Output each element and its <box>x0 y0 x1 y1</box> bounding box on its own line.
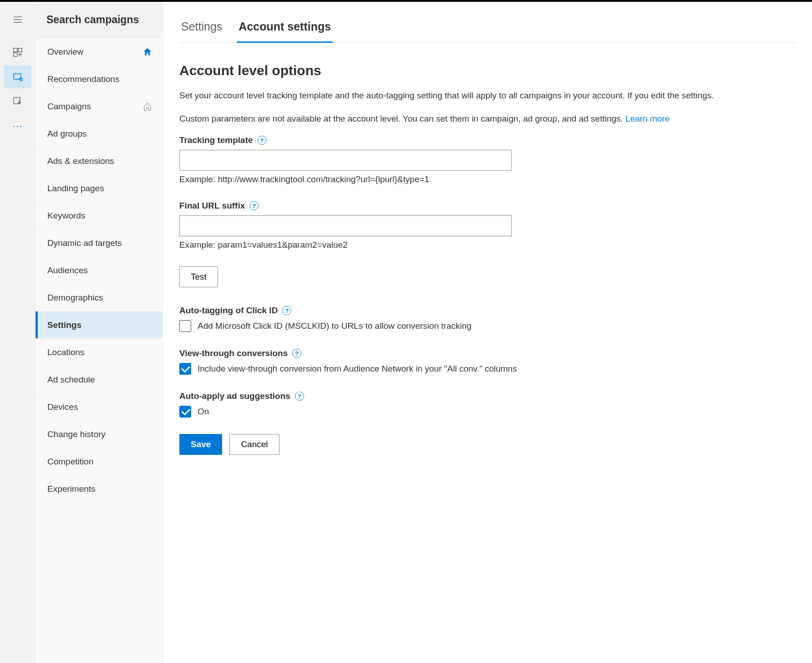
sidebar-item-label: Ads & extensions <box>47 156 114 166</box>
sidebar-item-ads-extensions[interactable]: Ads & extensions <box>36 148 162 175</box>
sidebar-item-label: Change history <box>47 429 106 439</box>
tracking-template-label: Tracking template <box>179 135 253 145</box>
save-button[interactable]: Save <box>179 434 222 455</box>
rail-recommendations-button[interactable] <box>4 66 31 88</box>
auto-tagging-checkbox[interactable] <box>179 320 191 332</box>
auto-tagging-check-label: Add Microsoft Click ID (MSCLKID) to URLs… <box>198 321 472 331</box>
hamburger-button[interactable] <box>4 8 31 31</box>
svg-rect-3 <box>14 48 17 52</box>
sidebar-item-label: Competition <box>47 457 93 467</box>
final-url-suffix-label: Final URL suffix <box>179 201 245 211</box>
lightning-icon <box>12 96 23 107</box>
sidebar-title: Search campaigns <box>36 2 162 38</box>
tracking-template-example: Example: http://www.trackingtool.com/tra… <box>179 174 796 184</box>
sidebar-item-label: Settings <box>47 320 81 330</box>
tabs: Settings Account settings <box>179 12 796 43</box>
main-content: Settings Account settings Account level … <box>163 2 812 663</box>
sidebar-item-label: Landing pages <box>47 184 104 194</box>
sidebar-item-label: Demographics <box>47 293 103 303</box>
ellipsis-icon: ··· <box>13 121 22 131</box>
sidebar-item-label: Keywords <box>47 211 85 221</box>
sidebar-item-change-history[interactable]: Change history <box>36 421 162 448</box>
vtc-checkbox[interactable] <box>179 363 191 375</box>
rail-tools-button[interactable] <box>4 90 31 113</box>
svg-line-8 <box>22 80 23 81</box>
sidebar-item-label: Audiences <box>47 265 88 275</box>
sidebar-item-label: Ad schedule <box>47 375 95 385</box>
recommendations-icon <box>12 71 23 82</box>
final-url-suffix-example: Example: param1=values1&param2=value2 <box>179 240 796 250</box>
icon-rail: ··· <box>0 2 36 663</box>
sidebar-item-experiments[interactable]: Experiments <box>36 475 162 503</box>
sidebar-item-locations[interactable]: Locations <box>36 339 162 366</box>
auto-apply-label: Auto-apply ad suggestions <box>179 391 290 401</box>
hamburger-icon <box>12 14 23 25</box>
tracking-template-input[interactable] <box>179 150 512 171</box>
description-1: Set your account level tracking template… <box>179 89 796 102</box>
cancel-button[interactable]: Cancel <box>229 434 279 455</box>
sidebar-item-campaigns[interactable]: Campaigns <box>36 93 162 120</box>
sidebar-item-demographics[interactable]: Demographics <box>36 284 162 311</box>
grid-icon <box>12 47 23 58</box>
svg-rect-4 <box>18 48 22 52</box>
help-icon[interactable]: ? <box>292 349 301 358</box>
sidebar-item-ad-schedule[interactable]: Ad schedule <box>36 366 162 393</box>
rail-more-button[interactable]: ··· <box>4 115 31 138</box>
sidebar-item-label: Recommendations <box>47 74 119 84</box>
sidebar-item-overview[interactable]: Overview <box>36 38 162 66</box>
test-button[interactable]: Test <box>179 266 218 287</box>
sidebar-item-label: Experiments <box>47 484 96 494</box>
svg-rect-5 <box>14 53 17 56</box>
sidebar-item-competition[interactable]: Competition <box>36 448 162 475</box>
tab-account-settings[interactable]: Account settings <box>237 12 333 42</box>
home-filled-icon <box>142 47 152 57</box>
sidebar-item-label: Overview <box>47 47 83 57</box>
sidebar: Search campaigns Overview Recommendation… <box>36 2 163 663</box>
vtc-label: View-through conversions <box>179 348 288 358</box>
sidebar-item-keywords[interactable]: Keywords <box>36 202 162 230</box>
sidebar-item-recommendations[interactable]: Recommendations <box>36 66 162 93</box>
sidebar-item-ad-groups[interactable]: Ad groups <box>36 120 162 148</box>
sidebar-item-dynamic-ad-targets[interactable]: Dynamic ad targets <box>36 230 162 257</box>
sidebar-item-label: Dynamic ad targets <box>47 238 122 248</box>
auto-tagging-label: Auto-tagging of Click ID <box>179 306 278 316</box>
home-outline-icon <box>142 102 152 112</box>
help-icon[interactable]: ? <box>258 136 267 145</box>
sidebar-item-settings[interactable]: Settings <box>36 311 162 339</box>
vtc-check-label: Include view-through conversion from Aud… <box>198 364 517 374</box>
sidebar-item-devices[interactable]: Devices <box>36 393 162 421</box>
final-url-suffix-input[interactable] <box>179 215 512 236</box>
sidebar-item-landing-pages[interactable]: Landing pages <box>36 175 162 202</box>
sidebar-item-audiences[interactable]: Audiences <box>36 257 162 284</box>
rail-grid-button[interactable] <box>4 41 31 64</box>
help-icon[interactable]: ? <box>249 201 259 210</box>
auto-apply-check-label: On <box>198 407 209 417</box>
sidebar-item-label: Ad groups <box>47 129 87 139</box>
description-2: Custom parameters are not available at t… <box>179 112 796 126</box>
sidebar-item-label: Campaigns <box>47 102 91 112</box>
help-icon[interactable]: ? <box>282 306 291 315</box>
page-title: Account level options <box>179 63 796 78</box>
sidebar-item-label: Locations <box>47 347 84 357</box>
tab-settings[interactable]: Settings <box>179 12 224 42</box>
learn-more-link[interactable]: Learn more <box>625 114 670 123</box>
auto-apply-checkbox[interactable] <box>179 406 191 418</box>
help-icon[interactable]: ? <box>295 392 304 401</box>
sidebar-item-label: Devices <box>47 402 78 412</box>
